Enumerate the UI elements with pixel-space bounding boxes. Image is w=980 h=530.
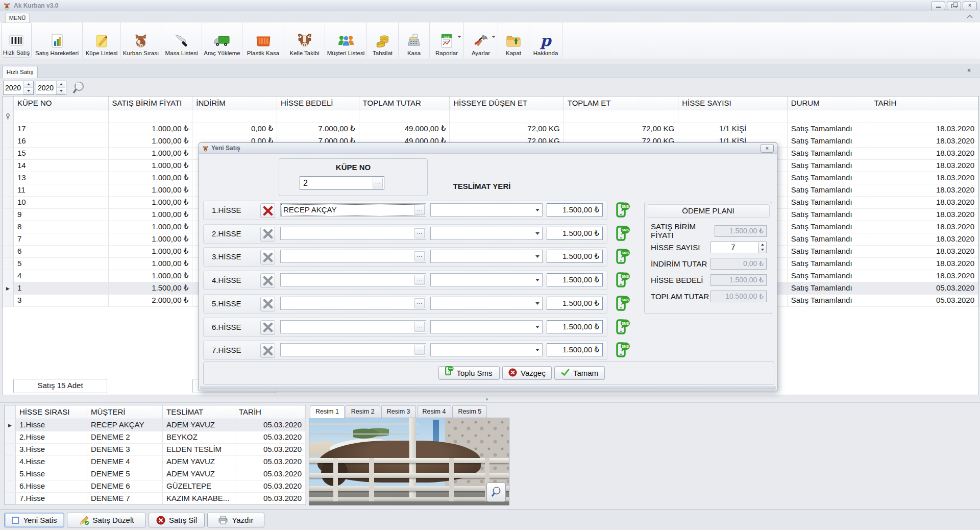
grid-column-header[interactable]: DURUM	[788, 97, 871, 110]
year-to-input[interactable]	[36, 81, 56, 94]
yeni-satis-button[interactable]: Yeni Satis	[4, 513, 64, 527]
ribbon-button-kurban-sırası[interactable]: Kurban Sırası	[121, 22, 161, 58]
share-price-input[interactable]: 1.500,00 ₺	[547, 203, 603, 216]
grid-column-header[interactable]: TOPLAM ET	[564, 97, 679, 110]
filter-cell[interactable]	[678, 110, 788, 123]
sms-icon[interactable]: SMS	[615, 294, 632, 313]
menu-tab[interactable]: MENÜ	[5, 13, 30, 23]
tamam-button[interactable]: Tamam	[554, 366, 605, 380]
shares-column-header[interactable]: HİSSE SIRASI	[16, 405, 87, 419]
clear-share-button[interactable]	[260, 203, 275, 218]
filter-cell[interactable]	[277, 110, 359, 123]
year-to-arrows[interactable]	[56, 81, 65, 94]
ribbon-button-raporlar[interactable]: XLSRaporlar	[430, 22, 464, 58]
grid-column-header[interactable]: SATIŞ BİRİM FİYATI	[109, 97, 193, 110]
yazdır-button[interactable]: Yazdır	[207, 513, 264, 527]
image-tab-resim-2[interactable]: Resim 2	[346, 405, 380, 418]
year-to-spinner[interactable]	[36, 81, 66, 95]
customer-lookup-button[interactable]: ···	[414, 275, 425, 285]
customer-lookup-button[interactable]: ···	[414, 322, 425, 332]
share-price-input[interactable]: 1.500,00 ₺	[547, 250, 603, 263]
filter-cell[interactable]	[564, 110, 679, 123]
share-price-input[interactable]: 1.500,00 ₺	[547, 273, 603, 286]
year-from-input[interactable]	[4, 81, 23, 94]
ribbon-button-plastik-kasa[interactable]: Plastik Kasa	[242, 22, 284, 58]
shares-column-header[interactable]: MÜŞTERİ	[87, 405, 163, 419]
dialog-close-button[interactable]: ×	[761, 144, 774, 153]
horizontal-splitter[interactable]	[0, 397, 980, 403]
search-icon[interactable]	[71, 81, 87, 97]
payment-spinner[interactable]	[758, 242, 767, 253]
sms-icon[interactable]: SMS	[615, 317, 632, 336]
ribbon-button-hakkında[interactable]: pHakkında	[529, 22, 562, 58]
ribbon-button-kapat[interactable]: Kapat	[498, 22, 529, 58]
table-row[interactable]: 2.HisseDENEME 2BEYKOZ05.03.2020	[5, 431, 306, 444]
ribbon-button-müşteri-listesi[interactable]: Müşteri Listesi	[325, 22, 367, 58]
image-tab-resim-4[interactable]: Resim 4	[417, 405, 452, 418]
table-row[interactable]: 5.HisseDENEME 5ADEM YAVUZ05.03.2020	[5, 468, 306, 480]
minimize-button[interactable]	[931, 2, 945, 10]
grid-column-header[interactable]: HİSSEYE DÜŞEN ET	[450, 97, 564, 110]
delivery-place-select[interactable]	[430, 203, 543, 216]
filter-cell[interactable]	[450, 110, 564, 123]
image-tab-resim-3[interactable]: Resim 3	[381, 405, 416, 418]
filter-cell[interactable]	[14, 110, 109, 123]
delivery-place-select[interactable]	[430, 343, 543, 356]
customer-lookup-button[interactable]: ···	[414, 345, 425, 355]
clear-share-button-disabled[interactable]	[260, 273, 275, 288]
clear-share-button-disabled[interactable]	[260, 343, 275, 358]
grid-column-header[interactable]: TOPLAM TUTAR	[359, 97, 450, 110]
toplu-sms-button[interactable]: SMS Toplu Sms	[438, 366, 500, 380]
grid-column-header[interactable]: TARİH	[870, 97, 978, 110]
vazgec-button[interactable]: Vazgeç	[502, 366, 552, 380]
ribbon-button-araç-yükleme[interactable]: Araç Yükleme	[202, 22, 242, 58]
filter-cell[interactable]	[109, 110, 193, 123]
dropdown-arrow-icon[interactable]	[457, 36, 461, 38]
restore-button[interactable]	[947, 2, 961, 10]
delivery-place-select[interactable]	[430, 320, 543, 333]
grid-column-header[interactable]: İNDİRİM	[192, 97, 277, 110]
table-row[interactable]: 6.HisseDENEME 6GÜZELTEPE05.03.2020	[5, 480, 306, 493]
satış-düzelt-button[interactable]: Satış Düzelt	[67, 513, 146, 527]
clear-share-button-disabled[interactable]	[260, 227, 275, 242]
customer-name-input[interactable]: ···	[280, 297, 426, 310]
tab-hizli-satis[interactable]: Hızlı Satış	[2, 66, 38, 78]
kupe-no-ellipsis-button[interactable]: ···	[373, 178, 383, 188]
customer-name-input[interactable]: RECEP AKÇAY···	[280, 203, 426, 216]
sms-icon[interactable]: SMS	[615, 247, 632, 266]
ribbon-button-küpe-listesi[interactable]: Küpe Listesi	[83, 22, 121, 58]
image-tab-resim-5[interactable]: Resim 5	[452, 405, 487, 418]
tab-close-icon[interactable]: ×	[967, 67, 971, 74]
share-price-input[interactable]: 1.500,00 ₺	[547, 320, 603, 333]
splitter-collapse-icon[interactable]: ▼	[485, 397, 489, 402]
customer-lookup-button[interactable]: ···	[414, 298, 425, 308]
year-from-spinner[interactable]	[3, 81, 34, 95]
grid-filter-row[interactable]	[3, 110, 978, 123]
close-button[interactable]: ×	[963, 2, 977, 10]
payment-value-input[interactable]: 7	[710, 242, 758, 253]
delivery-place-select[interactable]	[430, 250, 543, 263]
table-row[interactable]: ▶1.HisseRECEP AKÇAYADEM YAVUZ05.03.2020	[5, 419, 306, 431]
filter-cell[interactable]	[192, 110, 277, 123]
image-tab-resim-1[interactable]: Resim 1	[310, 405, 345, 418]
table-row[interactable]: 3.HisseDENEME 3ELDEN TESLİM05.03.2020	[5, 444, 306, 456]
sms-icon[interactable]: SMS	[615, 340, 632, 359]
dropdown-arrow-icon[interactable]	[492, 36, 496, 38]
kupe-no-input[interactable]: 2 ···	[300, 176, 384, 190]
shares-column-header[interactable]: TESLİMAT	[163, 405, 235, 419]
sms-icon[interactable]: SMS	[615, 270, 632, 290]
ribbon-button-masa-listesi[interactable]: Masa Listesi	[161, 22, 202, 58]
ribbon-button-hızlı-satış[interactable]: Hızlı Satış	[1, 22, 32, 58]
grid-column-header[interactable]: HİSSE BEDELİ	[277, 97, 359, 110]
delivery-place-select[interactable]	[430, 297, 543, 310]
customer-lookup-button[interactable]: ···	[414, 251, 425, 261]
ribbon-button-tahsilat[interactable]: Tahsilat	[367, 22, 399, 58]
table-row[interactable]: 171.000,00 ₺0,00 ₺7.000,00 ₺49.000,00 ₺7…	[3, 123, 978, 135]
table-row[interactable]: 4.HisseDENEME 4ADEM YAVUZ05.03.2020	[5, 456, 306, 468]
year-from-arrows[interactable]	[23, 81, 33, 94]
customer-lookup-button[interactable]: ···	[414, 205, 425, 215]
satış-sil-button[interactable]: Satış Sil	[149, 513, 205, 527]
grid-column-header[interactable]: HİSSE SAYISI	[678, 97, 788, 110]
customer-name-input[interactable]: ···	[280, 250, 426, 263]
delivery-place-select[interactable]	[430, 273, 543, 286]
